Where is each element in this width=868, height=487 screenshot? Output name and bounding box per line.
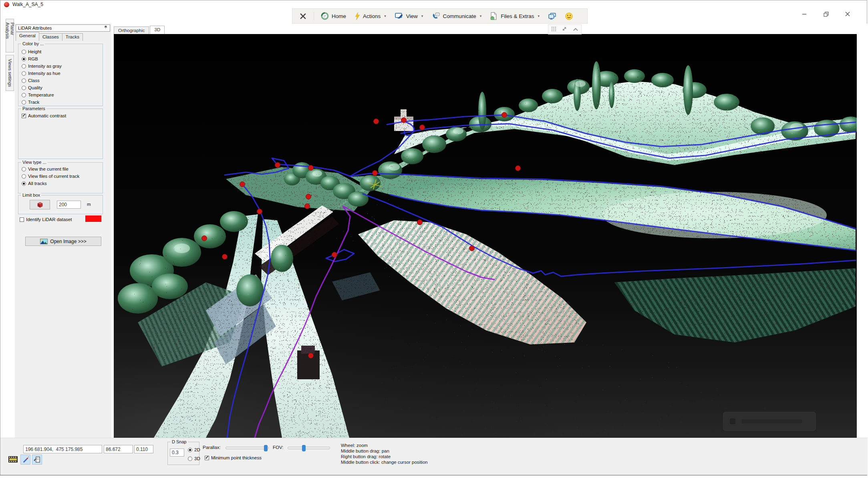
waypoint-dot[interactable]	[469, 246, 475, 251]
checkbox-automatic-contrast[interactable]: Automatic contrast	[18, 112, 103, 119]
radio-label: 3D	[194, 456, 200, 461]
radio-rgb[interactable]: RGB	[18, 55, 103, 62]
help-line: Middle button click: change cursor posit…	[341, 459, 428, 465]
radio-label: Intensity as gray	[28, 64, 62, 68]
waypoint-dot[interactable]	[373, 171, 378, 176]
toolbar-feedback-button[interactable]	[562, 10, 576, 22]
3d-viewport[interactable]	[114, 34, 857, 438]
chevron-up-icon[interactable]	[573, 26, 578, 33]
waypoint-dot[interactable]	[202, 236, 207, 241]
measure-tool-button[interactable]	[20, 455, 30, 465]
toolbar-home-label: Home	[332, 13, 346, 19]
waypoint-dot[interactable]	[222, 254, 228, 260]
waypoint-dot[interactable]	[305, 204, 310, 209]
expand-icon[interactable]	[562, 26, 567, 33]
minimize-button[interactable]	[800, 10, 808, 18]
dataset-color-swatch[interactable]	[85, 215, 101, 222]
radio-all-tracks[interactable]: All tracks	[18, 180, 103, 187]
viewport-mini-toolbar	[548, 24, 582, 34]
toolbar-close-button[interactable]	[296, 10, 310, 22]
radio-temperature[interactable]: Temperature	[18, 91, 103, 99]
radio-class[interactable]: Class	[18, 77, 103, 84]
limit-box-size-input[interactable]	[57, 201, 81, 209]
app-icon	[4, 2, 9, 7]
radio-3d[interactable]: 3D	[185, 455, 200, 462]
waypoint-dot[interactable]	[516, 166, 521, 171]
waypoint-dot[interactable]	[240, 182, 245, 187]
restore-button[interactable]	[822, 10, 830, 18]
main-toolbar: Home Actions ▾ View ▾ Communicate ▾ File…	[292, 8, 588, 24]
group-legend: Color by ...	[21, 41, 45, 46]
app-window: Walk_A_SA_5 Home Actions ▾ View ▾	[0, 0, 867, 475]
waypoint-dot[interactable]	[502, 113, 507, 118]
tab-orthographic[interactable]: Orthographic	[114, 26, 149, 34]
lidar-attributes-panel: LiDAR Attributes General Classes Tracks …	[15, 24, 111, 438]
radio-icon-selected	[22, 57, 26, 61]
waypoint-dot[interactable]	[257, 209, 262, 214]
cursor-coordinates-field[interactable]: 196 681.904, 475 175.985	[23, 445, 102, 453]
radio-intensity-gray[interactable]: Intensity as gray	[18, 62, 103, 70]
tab-classes[interactable]: Classes	[39, 33, 62, 41]
checkbox-identify-lidar-dataset[interactable]: Identify LiDAR dataset	[16, 216, 72, 223]
tab-general[interactable]: General	[16, 32, 39, 41]
fov-slider-thumb[interactable]	[302, 445, 306, 451]
rail-tab-planar-analysis[interactable]: Planar Analysis	[6, 19, 14, 52]
rail-tab-label: Views settings	[8, 59, 12, 87]
elevation-field[interactable]: 86.672	[104, 445, 133, 453]
panel-tabs: General Classes Tracks	[16, 33, 83, 41]
tab-tracks[interactable]: Tracks	[62, 33, 83, 41]
radio-track[interactable]: Track	[18, 99, 103, 106]
checkbox-label: Automatic contrast	[28, 113, 66, 118]
radio-view-current-file[interactable]: View the current file	[18, 165, 103, 173]
open-image-button[interactable]: Open Image >>>	[25, 237, 101, 246]
radio-label: RGB	[28, 56, 38, 61]
file-puzzle-icon	[490, 12, 498, 20]
d-snap-value-input[interactable]	[170, 449, 184, 457]
radio-quality[interactable]: Quality	[18, 84, 103, 91]
notes-tool-button[interactable]	[32, 455, 42, 465]
parallax-slider-thumb[interactable]	[264, 445, 268, 451]
checkbox-minimum-point-thickness[interactable]: Minimum point thickness	[201, 454, 262, 461]
radio-2d[interactable]: 2D	[185, 446, 200, 453]
film-strip-icon[interactable]	[8, 456, 18, 464]
radio-view-files-current-track[interactable]: View files of current track	[18, 173, 103, 180]
smiley-icon	[565, 12, 573, 20]
waypoint-dot[interactable]	[308, 165, 314, 171]
rail-tab-views-settings[interactable]: Views settings	[6, 55, 14, 91]
toolbar-files-extras-button[interactable]: Files & Extras ▾	[487, 10, 543, 22]
waypoint-dot[interactable]	[417, 220, 423, 225]
waypoint-dot[interactable]	[306, 194, 311, 199]
checkbox-icon-checked	[205, 456, 209, 460]
radio-label: Class	[28, 78, 40, 83]
limit-box-group: Limit box m	[18, 195, 103, 214]
toolbar-view-button[interactable]: View ▾	[391, 10, 427, 22]
tab-3d[interactable]: 3D	[150, 26, 165, 34]
toolbar-home-button[interactable]: Home	[317, 10, 350, 22]
cube-icon	[37, 202, 43, 208]
parallax-slider[interactable]	[226, 447, 269, 449]
tab-label: Tracks	[66, 34, 79, 39]
value-field[interactable]: 0.110	[134, 445, 153, 453]
waypoint-dot[interactable]	[332, 252, 337, 258]
waypoint-dot[interactable]	[374, 119, 379, 124]
waypoint-dot[interactable]	[275, 163, 280, 168]
toolbar-screen-share-button[interactable]	[545, 10, 560, 22]
panel-header: LiDAR Attributes	[16, 24, 110, 32]
pin-icon[interactable]	[103, 25, 108, 31]
tab-label: 3D	[154, 27, 160, 32]
fov-slider[interactable]	[288, 447, 330, 449]
close-button[interactable]	[844, 10, 852, 18]
toolbar-communicate-button[interactable]: Communicate ▾	[428, 10, 485, 22]
waypoint-dot[interactable]	[308, 353, 314, 358]
waypoint-dot[interactable]	[420, 125, 425, 130]
limit-box-button[interactable]	[30, 200, 50, 209]
help-line: Right button drag: rotate	[341, 454, 428, 459]
radio-icon	[22, 93, 26, 97]
status-bar: 196 681.904, 475 175.985 86.672 0.110 D …	[0, 438, 868, 475]
toolbar-actions-button[interactable]: Actions ▾	[351, 10, 390, 22]
grid-icon[interactable]	[551, 26, 556, 33]
point-cloud-scene[interactable]	[114, 34, 857, 438]
radio-intensity-hue[interactable]: Intensity as hue	[18, 70, 103, 77]
waypoint-dot[interactable]	[401, 118, 407, 123]
radio-height[interactable]: Height	[18, 48, 103, 55]
